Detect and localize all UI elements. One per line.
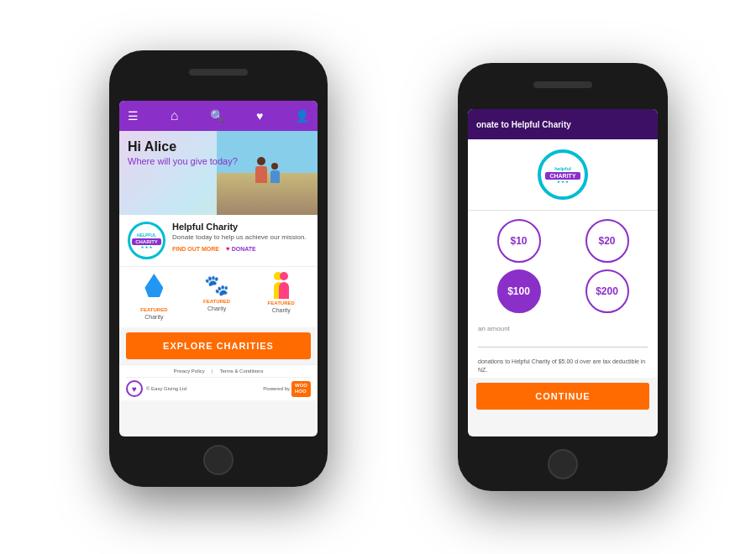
continue-button[interactable]: CONTINUE (476, 383, 649, 410)
featured-paw-charity[interactable]: 🐾 Featured Charity (203, 274, 230, 321)
find-out-more-link[interactable]: FIND OUT MORE (172, 246, 219, 252)
featured-people-badge: Featured (268, 301, 295, 306)
star-1 (141, 246, 144, 249)
easy-giving-logo: ♥ (126, 380, 143, 397)
amount-100-button[interactable]: $100 (497, 269, 541, 313)
home-icon[interactable]: ⌂ (171, 108, 179, 123)
badge-helpful-text: helpful (137, 233, 156, 238)
back-header-title: onate to Helpful Charity (476, 120, 571, 129)
screen-footer: Privacy Policy | Terms & Conditions ♥ © … (119, 364, 318, 400)
explore-charities-button[interactable]: EXPLORE CHARITIES (126, 332, 311, 359)
front-screen: ☰ ⌂ 🔍 ♥ 👤 Hi Alice Where will you give t… (119, 101, 318, 436)
featured-water-label: Charity (144, 314, 163, 321)
back-home-button[interactable] (548, 449, 578, 479)
footer-links: Privacy Policy | Terms & Conditions (126, 368, 311, 374)
amount-input-label: an amount (478, 325, 648, 332)
hero-subtitle: Where will you give today? (128, 156, 238, 166)
charity-badge: helpful CHARITY (128, 222, 165, 259)
hero-text: Hi Alice Where will you give today? (128, 139, 238, 166)
front-phone: ☰ ⌂ 🔍 ♥ 👤 Hi Alice Where will you give t… (109, 50, 328, 487)
star-2 (145, 246, 149, 249)
tax-note-text: donations to Helpful Charity of $5.00 d … (478, 358, 645, 373)
copyright-text: © Easy Giving Ltd (146, 386, 186, 391)
amount-20-button[interactable]: $20 (585, 219, 629, 263)
charity-links: FIND OUT MORE ♥ DONATE (172, 245, 309, 253)
back-badge-stars (557, 180, 569, 184)
amount-grid: $10 $20 $100 $200 (468, 211, 658, 321)
footer-separator: | (212, 368, 213, 374)
privacy-policy-link[interactable]: Privacy Policy (174, 368, 205, 374)
terms-link[interactable]: Terms & Conditions (219, 368, 263, 374)
back-badge-circle: helpful CHARITY (538, 149, 588, 200)
charity-description: Donate today to help us achieve our miss… (172, 233, 309, 242)
hero-section: Hi Alice Where will you give today? (119, 131, 318, 215)
people-silhouette (255, 157, 280, 190)
back-badge-helpful: helpful (554, 166, 571, 171)
tax-note: donations to Helpful Charity of $5.00 d … (468, 354, 658, 378)
home-button[interactable] (203, 445, 234, 475)
donate-link[interactable]: ♥ DONATE (226, 245, 256, 253)
star-3 (150, 246, 153, 249)
donate-heart-icon: ♥ (226, 245, 230, 253)
amount-input-field[interactable] (478, 334, 648, 348)
back-star-1 (557, 180, 560, 184)
footer-bottom: ♥ © Easy Giving Ltd Powered by WOOHOO (126, 377, 311, 397)
heart-icon[interactable]: ♥ (256, 109, 263, 123)
featured-water-charity[interactable]: Featured Charity (140, 274, 167, 321)
footer-logo: ♥ © Easy Giving Ltd (126, 380, 186, 397)
back-phone: onate to Helpful Charity helpful CHARITY (458, 63, 668, 491)
people-icon (266, 274, 297, 299)
child-person (270, 163, 280, 183)
featured-people-charity[interactable]: Featured Charity (266, 274, 297, 321)
water-drop-shape (144, 274, 163, 297)
badge-circle: helpful CHARITY (128, 222, 165, 259)
featured-paw-badge: Featured (203, 299, 230, 304)
water-drop-icon (140, 274, 167, 306)
back-star-2 (561, 180, 564, 184)
badge-charity-text: CHARITY (132, 238, 161, 245)
charity-name: Helpful Charity (172, 222, 309, 232)
featured-charities-row: Featured Charity 🐾 Featured Charity (119, 267, 318, 327)
back-charity-logo: helpful CHARITY (468, 139, 658, 211)
nav-bar: ☰ ⌂ 🔍 ♥ 👤 (119, 101, 318, 131)
paw-icon: 🐾 (204, 274, 229, 297)
back-screen: onate to Helpful Charity helpful CHARITY (468, 109, 658, 436)
menu-icon[interactable]: ☰ (128, 109, 139, 123)
powered-by: Powered by WOOHOO (263, 381, 311, 396)
back-star-3 (565, 180, 569, 184)
hero-greeting: Hi Alice (128, 139, 238, 154)
featured-people-label: Charity (272, 307, 291, 314)
back-phone-notch (533, 81, 592, 88)
woohoo-brand: WOOHOO (291, 381, 311, 396)
badge-stars (141, 246, 153, 249)
featured-person-2 (279, 272, 289, 299)
scene: ☰ ⌂ 🔍 ♥ 👤 Hi Alice Where will you give t… (0, 0, 756, 554)
charity-details: Helpful Charity Donate today to help us … (172, 222, 309, 253)
charity-info: helpful CHARITY Helpful Charity Donate t… (119, 215, 318, 267)
search-icon[interactable]: 🔍 (210, 109, 224, 123)
custom-amount-row: an amount (468, 321, 658, 354)
back-badge-charity-label: CHARITY (545, 172, 580, 180)
adult-person (255, 157, 267, 183)
back-header: onate to Helpful Charity (468, 109, 658, 139)
phone-notch (189, 69, 248, 76)
user-icon[interactable]: 👤 (295, 109, 309, 123)
featured-paw-label: Charity (207, 306, 226, 312)
amount-10-button[interactable]: $10 (497, 219, 541, 263)
amount-200-button[interactable]: $200 (585, 269, 629, 313)
featured-water-badge: Featured (140, 307, 167, 312)
